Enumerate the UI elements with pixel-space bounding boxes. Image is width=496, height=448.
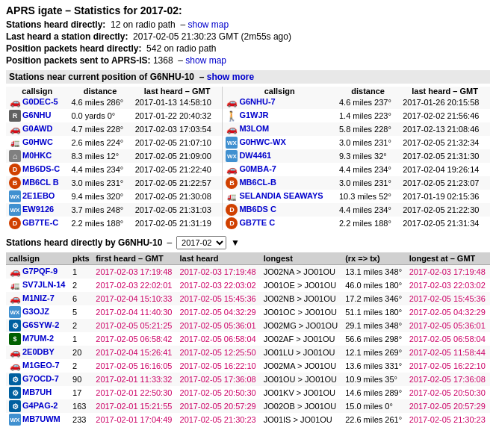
heard-col-longest: longest xyxy=(261,252,342,265)
callsign-link[interactable]: EW9126 xyxy=(22,205,54,214)
first-heard-link[interactable]: 2017-02-05 06:58:42 xyxy=(96,335,172,343)
wx-icon: WX xyxy=(226,137,238,149)
show-more-link[interactable]: show more xyxy=(207,72,254,82)
last-heard-link[interactable]: 2017-02-05 21:30:23 xyxy=(180,415,256,424)
first-heard-link[interactable]: 2017-02-01 22:50:30 xyxy=(96,388,172,397)
heard-col-longest-at: longest at – GMT xyxy=(406,252,490,265)
near-distance-right: 3.0 miles 231° xyxy=(336,136,400,149)
callsign-link[interactable]: SV7JLN-14 xyxy=(22,280,65,289)
callsign-link[interactable]: GB7TE C xyxy=(239,218,275,227)
first-heard-link[interactable]: 2017-02-03 17:19:48 xyxy=(96,267,172,276)
callsign-link[interactable]: G3OJZ xyxy=(22,307,49,316)
last-heard-link[interactable]: 2017-02-05 04:32:29 xyxy=(180,308,256,317)
near-distance-right: 4.4 miles 234° xyxy=(336,203,400,217)
last-heard-link[interactable]: 2017-02-05 06:58:04 xyxy=(180,335,256,343)
near-callsign-left: 🚛G0HWC xyxy=(6,136,68,149)
callsign-link[interactable]: G0MBA-7 xyxy=(239,164,276,173)
longest-at-link[interactable]: 2017-02-05 20:57:29 xyxy=(409,402,486,411)
last-heard-link[interactable]: 2017-02-05 17:36:08 xyxy=(180,375,256,384)
longest-at-link[interactable]: 2017-02-05 17:36:08 xyxy=(409,375,486,384)
longest-at-link[interactable]: 2017-02-05 06:58:04 xyxy=(409,335,486,343)
first-heard-link[interactable]: 2017-02-01 11:33:32 xyxy=(96,375,172,384)
callsign-link[interactable]: G0HWC xyxy=(22,137,53,146)
longest-at-link[interactable]: 2017-02-03 17:19:48 xyxy=(409,267,486,276)
car-icon: 🚗 xyxy=(9,346,21,358)
first-heard-link[interactable]: 2017-02-04 11:40:30 xyxy=(96,308,172,317)
heard-pkts: 90 xyxy=(69,373,93,386)
heard-pkts: 2 xyxy=(69,279,93,292)
last-heard-link[interactable]: 2017-02-03 17:19:48 xyxy=(180,267,256,276)
heard-last: 2017-02-05 12:25:50 xyxy=(177,346,261,359)
callsign-link[interactable]: 2E0DBY xyxy=(22,347,55,356)
callsign-link[interactable]: MB6CL B xyxy=(22,178,59,187)
last-heard-link[interactable]: 2017-02-05 20:57:29 xyxy=(180,402,256,411)
last-heard-link[interactable]: 2017-02-05 16:22:10 xyxy=(180,361,256,370)
near-distance-left: 3.7 miles 248° xyxy=(68,203,131,217)
table-row: ⌂M0HKC8.3 miles 12°2017-02-05 21:09:00WX… xyxy=(6,149,490,163)
callsign-link[interactable]: G1WJR xyxy=(239,111,268,119)
first-heard-link[interactable]: 2017-02-05 05:21:25 xyxy=(96,321,172,330)
first-heard-link[interactable]: 2017-02-04 15:26:41 xyxy=(96,348,172,357)
gear-icon: ⚙ xyxy=(9,400,21,412)
near-col-callsign2: callsign xyxy=(223,87,336,96)
longest-at-link[interactable]: 2017-02-05 05:36:01 xyxy=(409,321,486,330)
longest-at-link[interactable]: 2017-02-03 22:03:02 xyxy=(409,281,486,290)
callsign-link[interactable]: M3LOM xyxy=(239,124,269,133)
first-heard-link[interactable]: 2017-02-04 15:10:33 xyxy=(96,294,172,303)
near-callsign-right: WXG0HWC-WX xyxy=(223,136,336,149)
heard-path: JO02MG > JO01OU xyxy=(261,319,342,332)
longest-at-link[interactable]: 2017-02-05 21:30:23 xyxy=(409,415,486,424)
callsign-link[interactable]: M7UM-2 xyxy=(22,334,54,343)
heard-last: 2017-02-03 17:19:48 xyxy=(177,265,261,279)
diamond-d-icon: D xyxy=(9,217,21,229)
longest-at-link[interactable]: 2017-02-05 16:22:10 xyxy=(409,361,486,370)
last-heard-link[interactable]: 2017-02-03 22:03:02 xyxy=(180,281,256,290)
heard-filter-select[interactable]: 2017-02 xyxy=(176,236,226,249)
callsign-link[interactable]: G0AWD xyxy=(22,124,52,133)
heard-dist: 12.1 miles 269° xyxy=(342,346,406,359)
longest-at-link[interactable]: 2017-02-05 20:50:30 xyxy=(409,388,486,397)
callsign-link[interactable]: SELANDIA SEAWAYS xyxy=(239,191,323,200)
callsign-link[interactable]: G6NHU xyxy=(22,111,52,119)
callsign-link[interactable]: G6NHU-7 xyxy=(239,97,275,106)
near-date-left: 2017-02-05 21:07:10 xyxy=(132,136,223,149)
heard-callsign: 🚗G7PQF-9 xyxy=(6,265,69,279)
callsign-link[interactable]: MB7UH xyxy=(22,388,52,396)
callsign-link[interactable]: G0HWC-WX xyxy=(239,137,285,146)
callsign-link[interactable]: MB6CL-B xyxy=(239,178,276,187)
last-heard-link[interactable]: 2017-02-05 05:36:01 xyxy=(180,321,256,330)
first-heard-link[interactable]: 2017-02-03 22:02:01 xyxy=(96,281,172,290)
show-map-link-1[interactable]: show map xyxy=(187,19,229,30)
callsign-link[interactable]: MB6DS C xyxy=(239,205,276,214)
callsign-link[interactable]: G4PAG-2 xyxy=(22,401,58,410)
diamond-b-icon: B xyxy=(9,177,21,189)
longest-at-link[interactable]: 2017-02-05 11:58:44 xyxy=(409,348,486,357)
longest-at-link[interactable]: 2017-02-05 15:45:36 xyxy=(409,294,486,303)
heard-callsign: ⚙MB7UH xyxy=(6,386,69,399)
heard-path: JO01LU > JO01OU xyxy=(261,346,342,359)
last-heard-link[interactable]: 2017-02-05 12:25:50 xyxy=(180,348,256,357)
callsign-link[interactable]: G7PQF-9 xyxy=(22,267,58,276)
heard-path: JO02OB > JO01OU xyxy=(261,399,342,413)
callsign-link[interactable]: DW4461 xyxy=(239,151,271,160)
callsign-link[interactable]: 2E1EBO xyxy=(22,191,55,200)
last-heard-link[interactable]: 2017-02-05 20:50:30 xyxy=(180,388,256,397)
wx-icon: WX xyxy=(9,190,21,202)
callsign-link[interactable]: M1NIZ-7 xyxy=(22,293,55,302)
callsign-link[interactable]: GB7TE-C xyxy=(22,218,58,227)
callsign-link[interactable]: M0HKC xyxy=(22,151,52,160)
first-heard-link[interactable]: 2017-02-01 15:21:55 xyxy=(96,402,172,411)
first-heard-link[interactable]: 2017-02-01 17:04:49 xyxy=(96,415,172,424)
heard-first: 2017-02-01 22:50:30 xyxy=(93,386,176,399)
callsign-link[interactable]: G7OCD-7 xyxy=(22,374,59,383)
longest-at-link[interactable]: 2017-02-05 04:32:29 xyxy=(409,308,486,317)
heard-dist: 22.6 miles 261° xyxy=(342,413,406,426)
callsign-link[interactable]: M1GEO-7 xyxy=(22,361,60,370)
callsign-link[interactable]: MB7UWM xyxy=(22,414,61,423)
first-heard-link[interactable]: 2017-02-05 16:16:05 xyxy=(96,361,172,370)
callsign-link[interactable]: MB6DS-C xyxy=(22,164,60,173)
callsign-link[interactable]: G6SYW-2 xyxy=(22,320,59,329)
callsign-link[interactable]: G0DEC-5 xyxy=(22,97,58,106)
show-map-link-2[interactable]: show map xyxy=(185,55,226,66)
last-heard-link[interactable]: 2017-02-05 15:45:36 xyxy=(180,294,256,303)
